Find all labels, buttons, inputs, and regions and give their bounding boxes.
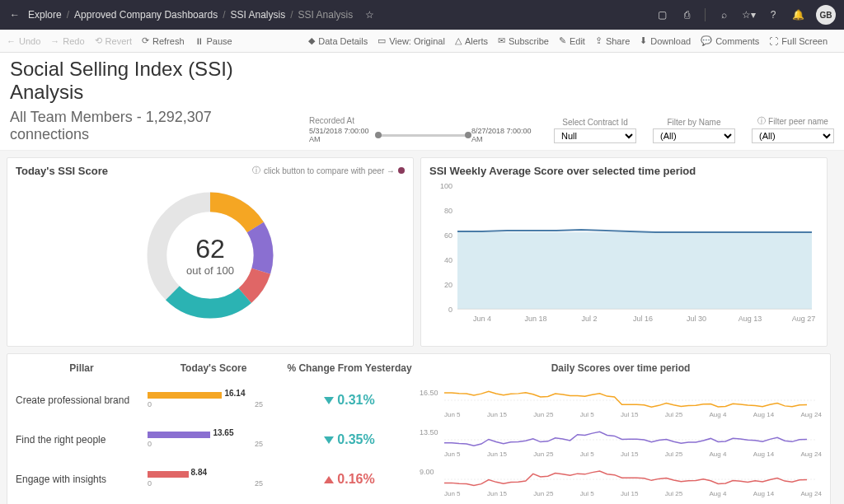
svg-text:60: 60 [444,231,452,240]
view-button[interactable]: ▭ View: Original [377,35,445,46]
svg-text:40: 40 [444,256,452,264]
ssi-score-card: Today's SSI Score ⓘclick button to compa… [7,157,414,347]
pillar-row: Create professional brand 16.14 025 0.31… [16,380,822,420]
crumb-ssi[interactable]: SSI Analysis [230,9,285,21]
compare-hint: click button to compare with peer → [264,166,395,175]
undo-button[interactable]: ← Undo [7,36,40,46]
svg-text:Jul 16: Jul 16 [633,315,653,323]
pillar-row: Engage with insights 8.84 025 0.16% 9.00… [16,460,822,499]
redo-button[interactable]: → Redo [50,36,84,46]
svg-text:Jul 30: Jul 30 [687,315,706,323]
contract-label: Select Contract Id [554,118,636,127]
ssi-score-sub: out of 100 [186,264,234,277]
recorded-start: 5/31/2018 7:00:00 AM [309,127,375,143]
col-pillar: Pillar [16,362,148,374]
back-icon[interactable]: ← [8,8,21,21]
refresh-button[interactable]: ⟳ Refresh [142,35,185,46]
pillar-sparkline: 9.00 Jun 5Jun 15Jun 25Jul 5Jul 15Jul 25A… [420,463,822,496]
edit-button[interactable]: ✎ Edit [559,35,585,46]
help-icon[interactable]: ? [767,8,780,21]
crumb-current: SSI Analysis [298,9,354,21]
svg-text:Jun 18: Jun 18 [524,315,546,323]
share-button[interactable]: ⇪ Share [595,35,630,46]
svg-text:Aug 13: Aug 13 [738,315,762,323]
pillar-change: 0.35% [279,432,420,447]
name-filter-label: Filter by Name [653,118,735,127]
pillar-bar: 13.65 025 [148,432,279,448]
peer-filter-label: Filter peer name [768,117,828,126]
crumb-explore[interactable]: Explore [28,9,62,21]
pillar-change: 0.16% [279,472,420,487]
revert-button[interactable]: ⟲ Revert [95,35,132,46]
peer-select[interactable]: (All) [752,128,834,143]
alerts-button[interactable]: △ Alerts [455,35,488,46]
pillar-sparkline: 16.50 Jun 5Jun 15Jun 25Jul 5Jul 15Jul 25… [420,384,822,417]
data-details-button[interactable]: ◆ Data Details [308,35,368,46]
page-title: Social Selling Index (SSI) Analysis [10,58,284,104]
device-icon[interactable]: ▢ [655,8,668,21]
svg-text:20: 20 [444,281,452,289]
tag-icon[interactable]: ⎙ [680,8,693,21]
weekly-average-card: SSI Weekly Average Score over selected t… [420,157,828,347]
svg-text:Jul 2: Jul 2 [581,315,597,323]
download-button[interactable]: ⬇ Download [640,35,691,46]
search-icon[interactable]: ⌕ [717,8,730,21]
col-score: Today's Score [148,362,279,374]
contract-select[interactable]: Null [554,128,636,143]
ssi-score-value: 62 [186,234,234,264]
crumb-dashboards[interactable]: Approved Company Dashboards [74,9,218,21]
pillar-bar: 16.14 025 [148,392,279,408]
pause-button[interactable]: ⏸ Pause [195,36,232,46]
subscribe-button[interactable]: ✉ Subscribe [498,35,549,46]
notifications-icon[interactable]: 🔔 [791,8,804,21]
recorded-at-slider[interactable]: 5/31/2018 7:00:00 AM 8/27/2018 7:00:00 A… [309,127,537,143]
recorded-at-label: Recorded At [309,116,537,125]
weekly-average-chart: 100806040200 Jun 4Jun 18Jul 2Jul 16Jul 3… [429,177,820,338]
pillar-bar: 8.84 025 [148,471,279,488]
fullscreen-button[interactable]: ⛶ Full Screen [769,36,828,46]
pillar-name: Find the right people [16,434,148,446]
name-select[interactable]: (All) [653,128,735,143]
col-daily: Daily Scores over time period [420,362,822,374]
pillars-card: Pillar Today's Score % Change From Yeste… [7,353,831,504]
pillar-row: Find the right people 13.65 025 0.35% 13… [16,420,822,460]
recorded-end: 8/27/2018 7:00:00 AM [471,127,537,143]
info-icon[interactable]: ⓘ [252,165,260,176]
pillar-name: Create professional brand [16,394,148,406]
action-toolbar: ← Undo → Redo ⟲ Revert ⟳ Refresh ⏸ Pause… [0,30,844,53]
svg-text:Jun 4: Jun 4 [473,315,491,323]
star-icon[interactable]: ☆ [363,8,376,21]
header-filters: Social Selling Index (SSI) Analysis All … [0,53,844,151]
pillar-sparkline: 13.50 Jun 5Jun 15Jun 25Jul 5Jul 15Jul 25… [420,423,822,456]
divider [705,8,706,21]
peer-dot-icon[interactable] [398,167,405,174]
pillar-name: Engage with insights [16,474,148,485]
info-icon[interactable]: ⓘ [757,115,766,127]
top-nav: ← Explore/ Approved Company Dashboards/ … [0,0,844,30]
avatar[interactable]: GB [816,5,836,25]
pillar-change: 0.31% [279,393,420,408]
weekly-average-title: SSI Weekly Average Score over selected t… [429,165,818,177]
favorite-icon[interactable]: ☆▾ [742,8,755,21]
svg-text:100: 100 [440,182,452,190]
svg-text:Aug 27: Aug 27 [792,315,816,323]
svg-text:80: 80 [444,207,452,215]
svg-text:0: 0 [448,306,452,314]
page-subtitle: All Team Members - 1,292,307 connections [10,109,284,143]
comments-button[interactable]: 💬 Comments [701,35,759,46]
breadcrumb: Explore/ Approved Company Dashboards/ SS… [28,8,376,21]
pillar-row: Build strong relationships 23.77 025 0.2… [16,499,822,504]
col-change: % Change From Yesterday [279,362,420,374]
